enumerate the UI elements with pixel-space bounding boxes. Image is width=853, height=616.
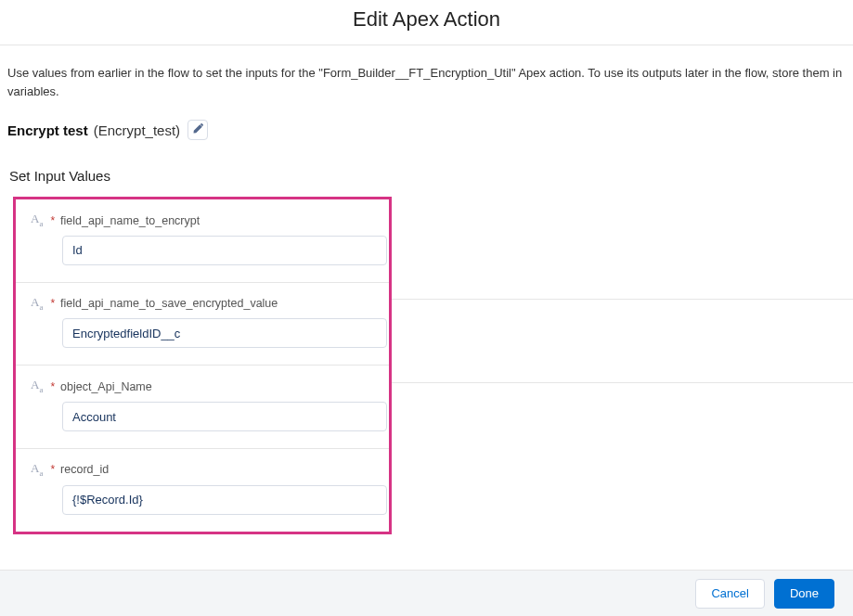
field-label: field_api_name_to_save_encrypted_value bbox=[60, 297, 278, 310]
field-api-name-to-encrypt-input[interactable] bbox=[62, 236, 387, 265]
field-label: record_id bbox=[60, 463, 109, 476]
field-row: Aa * record_id bbox=[16, 449, 389, 532]
edit-label-button[interactable] bbox=[187, 120, 208, 140]
pencil-icon bbox=[192, 123, 203, 137]
text-type-icon: Aa bbox=[31, 462, 43, 478]
text-type-icon: Aa bbox=[31, 296, 43, 312]
input-values-panel: Aa * field_api_name_to_encrypt Aa * fiel… bbox=[13, 197, 392, 533]
field-row: Aa * field_api_name_to_encrypt bbox=[16, 199, 389, 283]
field-row: Aa * field_api_name_to_save_encrypted_va… bbox=[16, 283, 389, 366]
action-label: Encrypt test bbox=[7, 122, 88, 138]
field-api-name-to-save-encrypted-value-input[interactable] bbox=[62, 318, 387, 348]
text-type-icon: Aa bbox=[31, 212, 43, 228]
action-label-row: Encrypt test (Encrypt_test) bbox=[0, 109, 853, 146]
field-label: field_api_name_to_encrypt bbox=[60, 214, 200, 227]
intro-text: Use values from earlier in the flow to s… bbox=[0, 45, 853, 109]
action-api-name: (Encrypt_test) bbox=[94, 122, 180, 138]
modal-footer: Cancel Done bbox=[0, 570, 853, 616]
record-id-input[interactable] bbox=[62, 485, 387, 515]
row-divider bbox=[392, 299, 853, 300]
row-divider bbox=[392, 382, 853, 383]
field-label: object_Api_Name bbox=[60, 380, 152, 393]
cancel-button[interactable]: Cancel bbox=[695, 579, 764, 609]
required-indicator: * bbox=[50, 380, 55, 393]
section-input-values-heading: Set Input Values bbox=[0, 146, 853, 193]
modal-title: Edit Apex Action bbox=[0, 0, 853, 45]
required-indicator: * bbox=[50, 214, 55, 227]
field-row: Aa * object_Api_Name bbox=[16, 366, 389, 449]
done-button[interactable]: Done bbox=[774, 579, 834, 609]
text-type-icon: Aa bbox=[31, 379, 43, 394]
required-indicator: * bbox=[50, 463, 55, 476]
object-api-name-input[interactable] bbox=[62, 402, 387, 431]
required-indicator: * bbox=[50, 297, 55, 310]
